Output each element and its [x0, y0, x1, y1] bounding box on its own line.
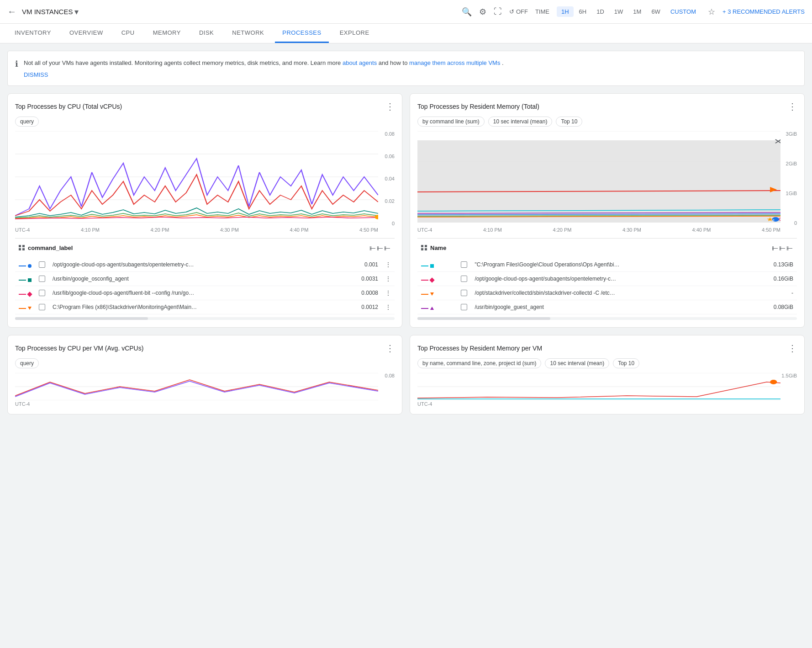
card2-col-picker[interactable]: ⫦⫦⫦: [771, 244, 793, 252]
card2-chart-svg: ✕ ★ ✕ +: [417, 131, 780, 223]
card3-menu[interactable]: ⋮: [385, 343, 395, 354]
card3-x-axis: UTC-4: [15, 401, 395, 407]
table-row: "C:\Program Files\Google\Cloud Operation…: [417, 258, 797, 272]
time-btn-custom[interactable]: CUSTOM: [666, 6, 701, 17]
cpu-per-vm-card: Top Processes by CPU per VM (Avg. vCPUs)…: [7, 335, 402, 414]
back-button[interactable]: ←: [7, 6, 16, 17]
card4-chart-svg: [417, 373, 780, 400]
time-btn-1w[interactable]: 1W: [610, 6, 628, 17]
nav-cpu[interactable]: CPU: [114, 24, 142, 43]
row4-value: 0.0012: [332, 300, 382, 314]
c2-row4-checkbox[interactable]: [461, 304, 467, 310]
card2-y-axis: 3GiB 2GiB 1GiB 0: [780, 131, 797, 226]
memory-per-vm-card: Top Processes by Resident Memory per VM …: [410, 335, 805, 414]
refresh-label: OFF: [516, 8, 528, 15]
checkbox-cell: [35, 300, 49, 314]
star-button[interactable]: ☆: [708, 7, 715, 17]
card2-x-axis: UTC-4 4:10 PM 4:20 PM 4:30 PM 4:40 PM 4:…: [417, 227, 797, 233]
row1-checkbox[interactable]: [39, 261, 45, 268]
row2-menu[interactable]: ⋮: [382, 271, 395, 286]
card4-chart-wrapper: 1.5GiB: [417, 373, 797, 400]
row3-label: /usr/lib/google-cloud-ops-agent/fluent-b…: [49, 286, 332, 300]
card1-col-picker[interactable]: ⫦⫦⫦: [369, 244, 391, 252]
row2-checkbox[interactable]: [39, 276, 45, 282]
row3-checkbox[interactable]: [39, 290, 45, 296]
nav-disk[interactable]: DISK: [192, 24, 221, 43]
c2-row2-checkbox[interactable]: [461, 276, 467, 282]
row4-menu[interactable]: ⋮: [382, 300, 395, 314]
alerts-button[interactable]: + 3 RECOMMENDED ALERTS: [722, 8, 805, 15]
card1-menu[interactable]: ⋮: [385, 101, 395, 112]
time-btn-1d[interactable]: 1D: [592, 6, 609, 17]
row1-menu[interactable]: ⋮: [382, 258, 395, 272]
memory-total-card: Top Processes by Resident Memory (Total)…: [410, 93, 805, 328]
c2-checkbox-cell: [457, 271, 471, 286]
card3-chart-wrapper: 0.08: [15, 373, 395, 400]
row3-value: 0.0008: [332, 286, 382, 300]
card2-scrollbar-thumb: [417, 317, 550, 320]
card4-chip-2[interactable]: Top 10: [613, 358, 639, 368]
row4-checkbox[interactable]: [39, 304, 45, 310]
card2-scrollbar[interactable]: [417, 317, 797, 320]
card2-table-container: Name ⫦⫦⫦ "C:\Program Files\Google\: [417, 238, 797, 320]
c2-row1-checkbox[interactable]: [461, 261, 467, 268]
time-btn-6h[interactable]: 6H: [575, 6, 591, 17]
search-icon[interactable]: 🔍: [462, 7, 472, 17]
time-buttons: 1H 6H 1D 1W 1M 6W CUSTOM: [557, 6, 701, 17]
nav-overview[interactable]: OVERVIEW: [62, 24, 111, 43]
grid-icon-2: [421, 245, 427, 251]
bottom-grid: Top Processes by CPU per VM (Avg. vCPUs)…: [0, 335, 812, 422]
time-btn-1m[interactable]: 1M: [628, 6, 646, 17]
card3-chip-query[interactable]: query: [15, 358, 39, 368]
card2-chip-0[interactable]: by command line (sum): [417, 117, 485, 127]
nav-processes[interactable]: PROCESSES: [275, 24, 328, 43]
card1-scrollbar[interactable]: [15, 317, 395, 320]
card3-y-axis: 0.08: [378, 373, 395, 378]
card1-x-axis: UTC-4 4:10 PM 4:20 PM 4:30 PM 4:40 PM 4:…: [15, 227, 395, 233]
time-btn-6w[interactable]: 6W: [647, 6, 665, 17]
info-banner: ℹ Not all of your VMs have agents instal…: [7, 51, 805, 86]
title-dropdown-icon[interactable]: ▾: [74, 7, 79, 17]
time-btn-1h[interactable]: 1H: [557, 6, 574, 17]
fullscreen-icon[interactable]: ⛶: [494, 7, 502, 16]
banner-content: Not all of your VMs have agents installe…: [24, 58, 504, 78]
refresh-button[interactable]: ↺ OFF: [509, 8, 528, 15]
card2-chip-1[interactable]: 10 sec interval (mean): [488, 117, 553, 127]
card1-y-axis: 0.08 0.06 0.04 0.02 0: [378, 131, 395, 226]
about-agents-link[interactable]: about agents: [343, 59, 377, 66]
card4-chip-0[interactable]: by name, command line, zone, project id …: [417, 358, 541, 368]
c2-legend-1: [417, 258, 457, 272]
nav-explore[interactable]: EXPLORE: [332, 24, 377, 43]
card1-title: Top Processes by CPU (Total vCPUs): [15, 103, 122, 110]
card4-chip-1[interactable]: 10 sec interval (mean): [545, 358, 609, 368]
legend-color-4: [15, 300, 35, 314]
card4-title: Top Processes by Resident Memory per VM: [417, 345, 542, 352]
card4-menu[interactable]: ⋮: [788, 343, 797, 354]
card2-chip-2[interactable]: Top 10: [556, 117, 582, 127]
card3-header: Top Processes by CPU per VM (Avg. vCPUs)…: [15, 343, 395, 354]
card1-table-label: command_label: [19, 244, 73, 251]
c2-row3-checkbox[interactable]: [461, 290, 467, 296]
card2-chart-area: ✕ ★ ✕ +: [417, 131, 780, 223]
card1-chips: query: [15, 117, 395, 127]
dismiss-button[interactable]: DISMISS: [24, 71, 504, 78]
nav-network[interactable]: NETWORK: [225, 24, 271, 43]
row1-value: 0.001: [332, 258, 382, 272]
manage-vms-link[interactable]: manage them across multiple VMs: [409, 59, 500, 66]
card2-menu[interactable]: ⋮: [788, 101, 797, 112]
svg-point-23: [770, 380, 777, 384]
nav-inventory[interactable]: INVENTORY: [7, 24, 58, 43]
card2-chart-wrapper: ✕ ★ ✕ + 3GiB 2GiB 1GiB 0: [417, 131, 797, 226]
c2-legend-4: [417, 300, 457, 314]
settings-icon[interactable]: ⚙: [479, 7, 486, 17]
card1-chip-query[interactable]: query: [15, 117, 39, 127]
c2-legend-2: [417, 271, 457, 286]
nav-memory[interactable]: MEMORY: [146, 24, 188, 43]
card2-header: Top Processes by Resident Memory (Total)…: [417, 101, 797, 112]
row3-menu[interactable]: ⋮: [382, 286, 395, 300]
svg-text:✕: ✕: [774, 137, 780, 145]
time-label: TIME: [535, 8, 549, 15]
card4-chips: by name, command line, zone, project id …: [417, 358, 797, 368]
top-header: ← VM INSTANCES ▾ 🔍 ⚙ ⛶ ↺ OFF TIME 1H 6H …: [0, 0, 812, 24]
card1-table-header-row: command_label ⫦⫦⫦: [15, 242, 395, 254]
